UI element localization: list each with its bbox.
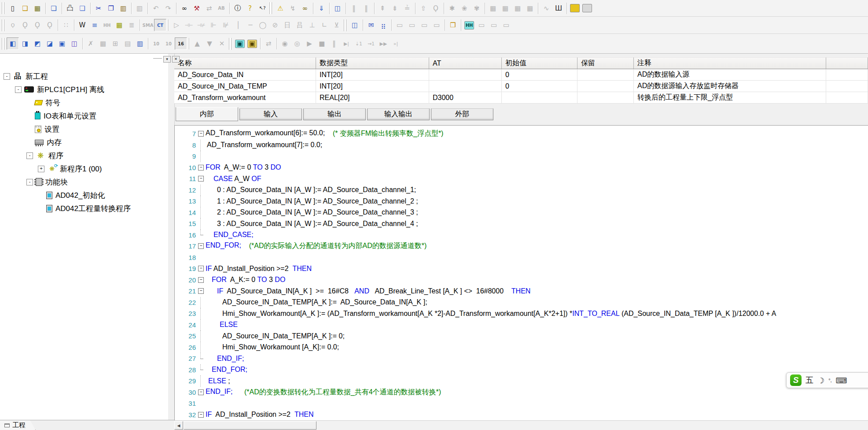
fold-toggle[interactable]: − [198, 274, 206, 286]
about-button[interactable]: ⓘ [232, 2, 244, 15]
fold-toggle[interactable]: − [198, 241, 206, 252]
view-cross-reference-button[interactable]: ◫ [68, 37, 81, 50]
collapse-box-icon[interactable]: − [198, 288, 204, 294]
paste-button[interactable]: ▥ [117, 2, 129, 15]
verify-document-button[interactable]: ❏ [48, 2, 60, 15]
view-diagram-button[interactable]: ◧ [7, 37, 19, 50]
workspace-collapse-button[interactable]: ▾ [163, 56, 171, 63]
scroll-thumb[interactable] [184, 421, 316, 430]
cell-name[interactable]: AD_Transform_workamount [174, 92, 316, 104]
cell-data-type[interactable]: INT[20] [316, 69, 429, 81]
view-io-comment-button[interactable]: ◪ [44, 37, 56, 50]
cell-name[interactable]: AD_Source_Data_IN [174, 69, 316, 81]
cell-initial-value[interactable]: 0 [502, 69, 577, 81]
collapse-box-icon[interactable]: − [198, 266, 204, 271]
toolbar-grip[interactable] [229, 38, 232, 50]
tree-item-1[interactable]: -新PLC1[CP1H] 离线 [0, 83, 168, 96]
tree-item-10[interactable]: AD042工程量转换程序 [0, 202, 168, 215]
view-symbol-table-button[interactable]: ◩ [31, 37, 44, 50]
cell-name[interactable]: AD_Source_IN_Data_TEMP [174, 81, 316, 92]
code-line-31[interactable]: 31 [176, 398, 868, 409]
online-edit-multiuser-button[interactable]: ⣶ [377, 19, 390, 31]
ime-punctuation-mode[interactable]: °, [828, 378, 831, 383]
program-check-button[interactable]: ∞ [299, 2, 311, 15]
fold-toggle[interactable]: − [198, 285, 206, 297]
cell-initial-value[interactable]: 0 [502, 81, 577, 92]
workspace-grip[interactable] [153, 58, 162, 61]
code-line-24[interactable]: 24ELSE [176, 319, 868, 331]
tree-item-5[interactable]: 内存 [0, 136, 168, 149]
transfer-to-plc-button[interactable]: ⇓ [315, 2, 327, 15]
save-project-button[interactable]: ▦ [31, 2, 44, 15]
tree-expander-icon[interactable]: - [26, 152, 33, 159]
code-line-18[interactable]: 18 [176, 252, 868, 263]
fold-toggle[interactable]: − [198, 263, 206, 274]
tree-item-4[interactable]: 设置 [0, 122, 168, 136]
set-password-button[interactable] [570, 4, 580, 12]
code-line-14[interactable]: 142 : AD_Source_Data_IN [A_W ]:= AD_Sour… [176, 207, 868, 219]
collapse-box-icon[interactable]: − [198, 243, 204, 249]
code-line-21[interactable]: 21−IF AD_Source_Data_IN[A_K ] >= 16#C8 A… [176, 285, 868, 297]
code-line-16[interactable]: 16END_CASE; [176, 230, 868, 241]
ime-moon-icon[interactable]: ☽ [817, 376, 824, 385]
code-horizontal-scrollbar[interactable]: ◀ [174, 420, 868, 430]
view-mnemonic-button[interactable]: ◨ [19, 37, 31, 50]
code-line-19[interactable]: 19−IF AD_Install_Position >=2 THEN [176, 263, 868, 274]
tree-expander-icon[interactable]: + [38, 166, 44, 172]
tree-item-7[interactable]: +新程序1 (00) [0, 162, 168, 175]
panel-splitter[interactable] [168, 54, 175, 420]
column-header-at[interactable]: AT [429, 57, 502, 69]
time-chart-monitor-button[interactable]: Ш [552, 2, 565, 15]
project-tab[interactable]: 工程 [0, 420, 36, 430]
protect-window-button[interactable]: ▣ [247, 40, 257, 48]
print-button[interactable]: 凸 [64, 2, 76, 15]
code-line-28[interactable]: 28END_FOR; [176, 364, 868, 376]
collapse-box-icon[interactable]: − [198, 165, 204, 171]
fb-library-button[interactable]: ❒ [447, 19, 459, 31]
find-button[interactable]: ∞ [178, 2, 191, 15]
cell-at[interactable] [429, 81, 502, 92]
code-line-29[interactable]: 29ELSE ; [176, 375, 868, 387]
tree-item-0[interactable]: -新工程 [0, 70, 168, 83]
code-line-25[interactable]: 25AD_Source_IN_Data_TEMP[A_K ]:= 0; [176, 330, 868, 342]
print-preview-button[interactable]: ❏ [76, 2, 88, 15]
context-help-button[interactable]: ↖? [256, 2, 268, 15]
tree-expander-icon[interactable]: - [4, 73, 10, 80]
collapse-box-icon[interactable]: − [198, 389, 204, 395]
column-header-retained[interactable]: 保留 [577, 57, 634, 69]
toolbar-grip[interactable] [344, 19, 346, 31]
new-file-button[interactable]: ▯ [7, 2, 19, 15]
tab-output[interactable]: 输出 [303, 108, 366, 120]
tab-external[interactable]: 外部 [431, 108, 493, 120]
simulator-window-button[interactable]: HH [464, 21, 474, 30]
code-line-8[interactable]: 8AD_Transform_workamount[7]:= 0.0; [176, 140, 868, 151]
toolbar-grip[interactable] [269, 2, 272, 14]
cell-comment[interactable]: 转换后的工程量上下限_浮点型 [634, 92, 826, 104]
tree-item-3[interactable]: IO表和单元设置 [0, 109, 168, 122]
cell-at[interactable]: D3000 [429, 92, 502, 104]
display-hex-button[interactable]: 16 [175, 37, 187, 50]
view-rung-comments-button[interactable]: ▣ [56, 37, 68, 50]
st-code-editor[interactable]: 7−AD_Transform_workamount[6]:= 50.0; (* … [174, 125, 868, 421]
tree-item-8[interactable]: -功能块 [0, 175, 168, 189]
variable-row-2[interactable]: AD_Transform_workamountREAL[20]D3000转换后的… [174, 92, 868, 104]
tree-expander-icon[interactable]: - [26, 179, 33, 185]
fold-toggle[interactable]: − [198, 128, 206, 140]
cell-data-type[interactable]: REAL[20] [316, 92, 429, 104]
code-line-13[interactable]: 131 : AD_Source_Data_IN [A_W ]:= AD_Sour… [176, 196, 868, 207]
transfer-changes-button[interactable]: ✉ [365, 19, 377, 31]
tab-input-output[interactable]: 输入输出 [367, 108, 430, 120]
code-line-9[interactable]: 9 [176, 151, 868, 162]
collapse-box-icon[interactable]: − [198, 412, 204, 418]
code-line-26[interactable]: 26Hmi_Show_Workamount [A_K]:= 0.0; [176, 342, 868, 353]
column-header-data-type[interactable]: 数据类型 [316, 57, 429, 69]
tree-item-6[interactable]: -程序 [0, 149, 168, 162]
fold-toggle[interactable]: − [198, 173, 206, 185]
collapse-box-icon[interactable]: − [198, 176, 204, 182]
fold-toggle[interactable]: − [198, 162, 206, 174]
tab-internal[interactable]: 内部 [176, 107, 238, 121]
tree-expander-icon[interactable]: - [15, 86, 22, 93]
copy-button[interactable]: ❐ [105, 2, 117, 15]
variable-row-1[interactable]: AD_Source_IN_Data_TEMPINT[20]0AD的数据源输入存放… [174, 81, 868, 92]
rung-annotation-list-button[interactable]: ≡ [88, 19, 101, 31]
